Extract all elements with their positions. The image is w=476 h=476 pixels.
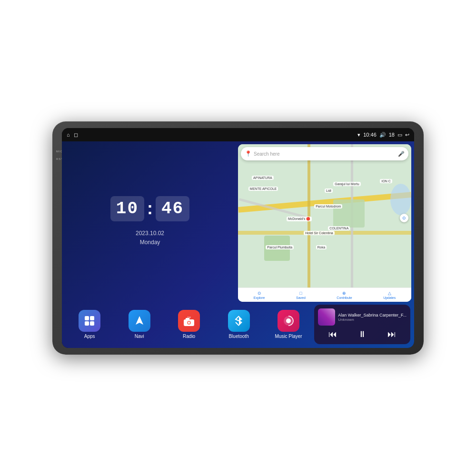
music-artist: Unknown	[338, 317, 407, 322]
app-item-apps[interactable]: Apps	[66, 310, 113, 339]
music-controls: ⏮ ⏸ ⏭	[318, 328, 407, 340]
volume-icon: 🔊	[379, 132, 386, 138]
signal-icon: ▾	[357, 132, 360, 138]
status-right-icons: ▾ 10:46 🔊 18 ▭ ↩	[357, 132, 409, 138]
music-text: Alan Walker_Sabrina Carpenter_F... Unkno…	[338, 313, 407, 322]
svg-rect-1	[90, 316, 94, 320]
clock-colon: :	[147, 198, 153, 218]
screen: ⌂ ◻ ▾ 10:46 🔊 18 ▭ ↩ 10 :	[62, 128, 414, 348]
status-left-icons: ⌂ ◻	[67, 132, 78, 138]
navi-icon	[129, 310, 150, 332]
saved-icon: □	[299, 291, 302, 296]
map-locate-button[interactable]: ⊙	[400, 214, 408, 222]
svg-rect-3	[90, 321, 94, 326]
map-label-hotel: Hotel Sir Colentina	[304, 231, 334, 235]
app-item-music-player[interactable]: Music Player	[265, 310, 312, 339]
explore-label: Explore	[254, 296, 265, 299]
status-bar: ⌂ ◻ ▾ 10:46 🔊 18 ▭ ↩	[62, 128, 414, 141]
music-next-button[interactable]: ⏭	[385, 328, 399, 340]
saved-label: Saved	[296, 296, 306, 299]
apps-icon	[79, 310, 100, 332]
music-player-icon	[278, 310, 299, 332]
back-icon[interactable]: ↩	[405, 132, 409, 138]
map-explore-tab[interactable]: ⊙ Explore	[254, 291, 265, 299]
clock-widget: 10 : 46 2023.10.02 Monday	[62, 141, 238, 302]
music-info-row: Alan Walker_Sabrina Carpenter_F... Unkno…	[318, 308, 407, 326]
map-label-ionc: ION C	[380, 179, 392, 183]
map-pin-icon: 📍	[245, 150, 252, 157]
svg-text:FM: FM	[187, 316, 190, 319]
map-label-garajul: Garajul lui Mortu	[333, 182, 360, 186]
svg-rect-2	[85, 321, 89, 326]
map-label-mcdonalds: McDonald's 🔴	[287, 217, 312, 221]
navi-label: Navi	[135, 334, 144, 339]
radio-icon: FM	[178, 310, 200, 332]
music-player-widget[interactable]: Alan Walker_Sabrina Carpenter_F... Unkno…	[314, 305, 410, 344]
music-prev-button[interactable]: ⏮	[326, 328, 340, 340]
map-mic-icon[interactable]: 🎤	[398, 151, 405, 157]
map-label-apinatura: APINATURA	[252, 176, 274, 180]
contribute-icon: ⊕	[342, 291, 346, 296]
map-label-colentina: COLENTINA	[328, 226, 350, 230]
map-background: COLENTINA McDonald's 🔴 Lidl Hotel Sir Co…	[238, 144, 411, 302]
app-item-radio[interactable]: FM Radio	[165, 310, 213, 339]
clock-display: 10 : 46	[110, 196, 189, 221]
main-content: 10 : 46 2023.10.02 Monday	[62, 141, 414, 348]
clock-date: 2023.10.02 Monday	[136, 229, 164, 247]
bluetooth-icon	[228, 310, 250, 332]
map-label-mente: MENTE APICOLE	[248, 187, 278, 191]
shortcuts-row: Apps Navi	[62, 302, 414, 348]
clock-hour: 10	[116, 199, 139, 218]
clock-date-text: 2023.10.02	[136, 229, 164, 238]
radio-label: Radio	[183, 334, 195, 339]
map-search-placeholder: Search here	[254, 151, 279, 157]
map-label-roka: Roka	[316, 245, 327, 249]
updates-label: Updates	[383, 296, 396, 299]
app-item-navi[interactable]: Navi	[115, 310, 163, 339]
window-icon[interactable]: ▭	[397, 132, 402, 138]
home-icon[interactable]: ⌂	[67, 132, 70, 138]
clock-minute-block: 46	[156, 196, 189, 221]
map-label-motodrom: Parcul Motodrom	[314, 204, 342, 208]
music-play-pause-button[interactable]: ⏸	[355, 328, 369, 340]
contribute-label: Contribute	[337, 296, 352, 299]
map-widget[interactable]: COLENTINA McDonald's 🔴 Lidl Hotel Sir Co…	[238, 144, 411, 302]
music-thumbnail	[318, 308, 335, 326]
music-player-label: Music Player	[275, 334, 302, 339]
map-contribute-tab[interactable]: ⊕ Contribute	[337, 291, 352, 299]
map-label-plumbuita: Parcul Plumbuita	[266, 245, 294, 249]
map-label-lidl: Lidl	[325, 188, 333, 193]
map-saved-tab[interactable]: □ Saved	[296, 291, 306, 299]
svg-point-10	[286, 318, 291, 323]
map-bottom-bar: ⊙ Explore □ Saved ⊕ Contribute △	[238, 288, 411, 302]
clock-day-text: Monday	[136, 238, 164, 247]
bluetooth-label: Bluetooth	[228, 334, 248, 339]
apps-label: Apps	[84, 334, 95, 339]
map-updates-tab[interactable]: △ Updates	[383, 291, 396, 299]
map-search-bar[interactable]: 📍 Search here 🎤	[241, 147, 408, 160]
car-stereo-device: MIC RST ⌂ ◻ ▾ 10:46 🔊 18 ▭ ↩	[52, 121, 424, 355]
svg-rect-0	[85, 316, 89, 320]
clock-hour-block: 10	[110, 196, 144, 221]
app-item-bluetooth[interactable]: Bluetooth	[215, 310, 262, 339]
updates-icon: △	[388, 291, 391, 296]
clock-minute: 46	[161, 199, 184, 218]
volume-level: 18	[389, 132, 395, 138]
svg-point-6	[188, 322, 190, 324]
nav-square-icon[interactable]: ◻	[74, 132, 78, 138]
explore-icon: ⊙	[258, 291, 261, 296]
status-time: 10:46	[363, 132, 377, 138]
music-title: Alan Walker_Sabrina Carpenter_F...	[338, 313, 407, 317]
